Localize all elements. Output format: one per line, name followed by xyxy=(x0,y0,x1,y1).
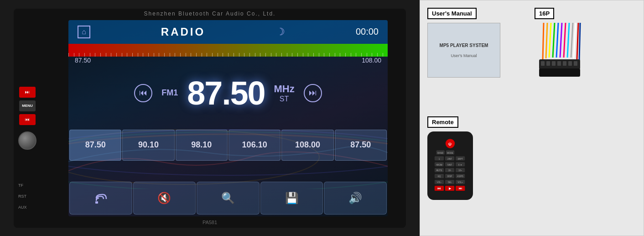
search-btn[interactable]: 🔍 xyxy=(197,182,260,215)
manual-section: User's Manual MP5 PLAYER SYSTEM User's M… xyxy=(427,8,529,115)
svg-rect-21 xyxy=(552,61,556,66)
manual-image: MP5 PLAYER SYSTEM User's Manual xyxy=(427,23,500,78)
remote-section: Remote ⏻ BAND MODE 1 2INT 3RPT xyxy=(427,116,529,229)
cast-btn[interactable] xyxy=(69,182,132,215)
svg-text:4ROM: 4ROM xyxy=(436,163,442,166)
svg-text:5INT: 5INT xyxy=(447,163,452,166)
moon-icon: ☽ xyxy=(276,26,285,38)
svg-line-16 xyxy=(579,23,580,60)
svg-text:VOL+: VOL+ xyxy=(457,181,463,184)
manual-label: User's Manual xyxy=(427,8,477,19)
time-display: 00:00 xyxy=(356,26,379,37)
svg-rect-24 xyxy=(568,61,572,66)
svg-text:2INT: 2INT xyxy=(447,157,452,160)
rst-label: RST xyxy=(18,194,27,199)
svg-rect-4 xyxy=(95,201,98,204)
next-station-btn[interactable]: ⏭ xyxy=(304,84,322,102)
stereo-panel: Shenzhen Bluetooth Car Audio Co., Ltd. ⏭… xyxy=(0,0,420,236)
svg-rect-20 xyxy=(546,61,550,66)
svg-line-5 xyxy=(543,23,544,59)
preset-btn-6[interactable]: 87.50 xyxy=(335,130,387,161)
preset-btn-2[interactable]: 90.10 xyxy=(122,130,174,161)
home-icon[interactable]: ⌂ xyxy=(78,26,90,38)
svg-text:⏮: ⏮ xyxy=(437,186,441,190)
svg-text:10-: 10- xyxy=(448,169,452,172)
preset-btn-1[interactable]: 87.50 xyxy=(69,130,121,161)
freq-start: 87.50 xyxy=(75,57,91,64)
svg-rect-25 xyxy=(574,61,577,66)
svg-line-12 xyxy=(567,23,569,58)
volume-knob[interactable] xyxy=(18,131,36,150)
svg-text:VOL-: VOL- xyxy=(437,181,442,184)
top-bar: ⌂ RADIO ☽ 00:00 xyxy=(68,20,388,44)
svg-text:⏭: ⏭ xyxy=(459,186,462,190)
accessories-panel: User's Manual MP5 PLAYER SYSTEM User's M… xyxy=(420,0,644,236)
remote-control-image: ⏻ BAND MODE 1 2INT 3RPT 4ROM 5INT xyxy=(427,131,473,200)
freq-ruler xyxy=(68,44,388,57)
ruler-marks xyxy=(68,44,388,57)
svg-text:SEL: SEL xyxy=(448,181,452,184)
svg-rect-18 xyxy=(539,68,580,77)
preset-btn-5[interactable]: 108.00 xyxy=(281,130,333,161)
mute-btn[interactable]: 🔇 xyxy=(133,182,196,215)
watermark-text: Shenzhen Bluetooth Car Audio Co., Ltd. xyxy=(14,10,406,17)
remote-label: Remote xyxy=(427,116,458,128)
save-btn[interactable]: 💾 xyxy=(260,182,323,215)
svg-text:BAND: BAND xyxy=(437,152,443,154)
empty-cell xyxy=(535,121,636,229)
svg-text:MODE: MODE xyxy=(447,152,453,154)
current-frequency: 87.50 xyxy=(187,74,265,112)
display-screen: ⌂ RADIO ☽ 00:00 87.50 108.00 ⏮ FM1 87.50 xyxy=(68,20,388,216)
svg-text:6 ▼: 6 ▼ xyxy=(458,163,462,166)
screen-title: RADIO xyxy=(161,26,205,38)
svg-line-11 xyxy=(564,23,566,58)
freq-display: ⏮ FM1 87.50 MHz ST ⏭ xyxy=(68,66,388,121)
connector-section: 16P xyxy=(535,8,636,115)
stereo-status: ST xyxy=(274,95,294,103)
svg-text:AS/PS: AS/PS xyxy=(457,175,463,178)
preset-btn-3[interactable]: 98.10 xyxy=(176,130,228,161)
freq-end: 108.00 xyxy=(362,57,381,64)
svg-rect-22 xyxy=(557,61,561,66)
svg-line-15 xyxy=(577,23,578,59)
wiring-harness xyxy=(535,23,585,96)
unit-status: MHz ST xyxy=(274,83,294,103)
side-labels: TF RST AUX xyxy=(18,183,27,210)
svg-text:1: 1 xyxy=(439,157,440,160)
svg-line-6 xyxy=(546,23,547,58)
fm-band-label: FM1 xyxy=(161,88,178,98)
svg-text:3RPT: 3RPT xyxy=(457,157,463,160)
prev-station-btn[interactable]: ⏮ xyxy=(134,84,152,102)
svg-line-10 xyxy=(560,23,562,58)
svg-line-13 xyxy=(571,23,573,58)
skip-back-btn[interactable]: ⏮ xyxy=(19,114,36,125)
preset-row: 87.5090.1098.10106.10108.0087.50 xyxy=(68,130,388,161)
connector-label: 16P xyxy=(535,8,554,19)
skip-forward-btn[interactable]: ⏭ xyxy=(19,87,36,98)
manual-doc-title: MP5 PLAYER SYSTEM xyxy=(440,43,488,48)
svg-line-9 xyxy=(556,23,558,58)
volume-btn[interactable]: 🔊 xyxy=(324,182,387,215)
svg-line-7 xyxy=(549,23,551,58)
svg-line-14 xyxy=(574,23,576,58)
aux-label: AUX xyxy=(18,205,27,210)
manual-doc-subtitle: User's Manual xyxy=(451,53,477,58)
tf-label: TF xyxy=(18,183,27,188)
svg-text:⏻: ⏻ xyxy=(449,142,452,146)
svg-line-8 xyxy=(553,23,555,58)
preset-btn-4[interactable]: 106.10 xyxy=(229,130,280,161)
bottom-bar: 🔇 🔍 💾 🔊 xyxy=(68,180,388,216)
svg-text:MUTE: MUTE xyxy=(436,169,442,172)
model-label: PA581 xyxy=(203,220,217,225)
svg-text:EQ: EQ xyxy=(438,175,441,178)
svg-text:10+: 10+ xyxy=(458,169,462,172)
svg-text:DISP: DISP xyxy=(447,175,452,178)
freq-labels: 87.50 108.00 xyxy=(68,57,388,64)
stereo-unit: Shenzhen Bluetooth Car Audio Co., Ltd. ⏭… xyxy=(14,9,406,228)
svg-rect-19 xyxy=(541,61,545,66)
mhz-label: MHz xyxy=(274,83,294,95)
menu-btn[interactable]: MENU xyxy=(19,100,36,111)
svg-rect-23 xyxy=(563,61,566,66)
left-controls: ⏭ MENU ⏮ xyxy=(18,87,36,150)
